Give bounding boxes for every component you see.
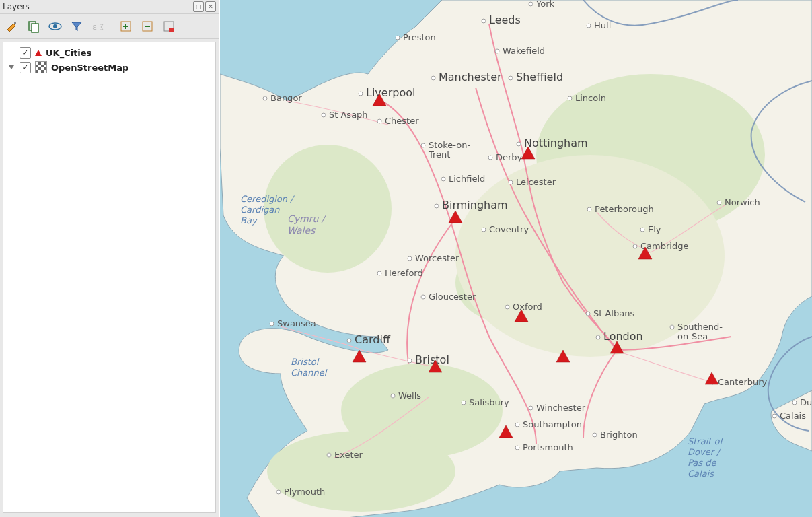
- city-label: Hull: [594, 20, 611, 30]
- svg-point-56: [515, 446, 519, 450]
- city-label: Hereford: [385, 268, 423, 278]
- svg-point-18: [482, 19, 486, 23]
- city-label: Canterbury: [718, 377, 768, 387]
- city-label: Coventry: [489, 224, 529, 234]
- map-canvas[interactable]: YorkLeedsHullPrestonWakefieldManchesterS…: [220, 0, 812, 517]
- svg-point-51: [391, 394, 395, 398]
- svg-point-34: [717, 201, 721, 205]
- svg-point-44: [586, 312, 590, 316]
- city-label: Sheffield: [516, 71, 563, 83]
- water-label: Bristol: [291, 357, 320, 367]
- collapse-all-button[interactable]: [139, 18, 155, 34]
- city-label: St Albans: [593, 308, 634, 318]
- water-label: Bay: [240, 215, 258, 226]
- triangle-symbol-icon: [35, 50, 42, 56]
- expander-placeholder: [7, 48, 15, 57]
- city-label: Trent: [428, 149, 450, 160]
- svg-point-15: [267, 431, 455, 512]
- water-label: Pas de: [688, 458, 716, 468]
- add-group-button[interactable]: [26, 18, 42, 34]
- city-label: Exeter: [334, 450, 363, 460]
- svg-point-37: [482, 228, 486, 232]
- expand-all-button[interactable]: [118, 18, 134, 34]
- svg-point-32: [441, 177, 445, 181]
- city-label: Worcester: [415, 253, 459, 263]
- city-label: London: [603, 330, 643, 343]
- toolbar-separator: [112, 19, 112, 34]
- svg-point-19: [587, 24, 591, 28]
- city-label: Swansea: [277, 318, 316, 329]
- svg-point-21: [495, 49, 499, 53]
- svg-point-54: [515, 423, 519, 427]
- city-label: Leeds: [489, 13, 521, 26]
- svg-rect-9: [169, 28, 174, 32]
- svg-point-60: [792, 401, 797, 405]
- city-label: Peterborough: [595, 204, 654, 214]
- svg-point-55: [593, 433, 597, 437]
- svg-point-27: [322, 113, 326, 117]
- svg-point-23: [509, 76, 513, 80]
- city-label: Winchester: [536, 403, 586, 413]
- city-label: Liverpool: [366, 86, 415, 99]
- svg-point-30: [517, 142, 521, 146]
- layer-tree[interactable]: ✓ UK_Cities ✓ OpenStreetMap: [3, 42, 216, 513]
- city-label: Calais: [780, 411, 806, 421]
- water-label: Ceredigion /: [240, 194, 295, 204]
- city-label: Oxford: [513, 302, 542, 312]
- city-label: Bangor: [270, 93, 302, 103]
- city-label: Du: [800, 397, 812, 407]
- filter-legend-button[interactable]: [69, 18, 85, 34]
- svg-point-29: [421, 143, 425, 147]
- svg-point-46: [670, 325, 674, 329]
- layer-name[interactable]: UK_Cities: [46, 48, 91, 58]
- svg-point-11: [264, 145, 392, 273]
- layers-panel: Layers ▢ ✕ ε: [0, 0, 219, 517]
- svg-point-47: [596, 335, 600, 339]
- city-label: Lincoln: [575, 93, 606, 103]
- dock-icon[interactable]: ▢: [193, 1, 204, 12]
- city-label: Preston: [403, 32, 436, 42]
- svg-point-57: [327, 453, 331, 457]
- layers-panel-titlebar[interactable]: Layers ▢ ✕: [0, 0, 219, 14]
- svg-point-59: [772, 414, 776, 418]
- close-icon[interactable]: ✕: [205, 1, 216, 12]
- city-label: Gloucester: [429, 291, 476, 302]
- city-label: Plymouth: [284, 487, 325, 497]
- svg-point-40: [408, 256, 412, 261]
- water-label: Dover /: [688, 447, 721, 457]
- layer-name[interactable]: OpenStreetMap: [51, 63, 128, 73]
- svg-point-42: [421, 295, 425, 299]
- layers-toolbar: ε: [0, 14, 219, 39]
- svg-point-4: [53, 24, 57, 28]
- svg-point-24: [359, 92, 363, 96]
- city-label: Leicester: [516, 177, 556, 187]
- svg-point-26: [568, 96, 572, 100]
- remove-layer-button[interactable]: [161, 18, 177, 34]
- svg-point-43: [505, 305, 509, 309]
- city-label: Chester: [385, 116, 419, 126]
- manage-visibility-button[interactable]: [47, 18, 63, 34]
- layer-styling-button[interactable]: [4, 18, 20, 34]
- svg-point-33: [509, 180, 513, 184]
- layer-checkbox[interactable]: ✓: [20, 62, 31, 73]
- svg-text:ε: ε: [92, 22, 97, 32]
- expand-arrow-icon[interactable]: [7, 63, 15, 71]
- city-label: Brighton: [600, 429, 638, 440]
- svg-point-31: [488, 156, 492, 160]
- water-label: Channel: [291, 368, 328, 378]
- expression-filter-button[interactable]: ε: [90, 18, 106, 34]
- layer-row-uk-cities[interactable]: ✓ UK_Cities: [3, 45, 215, 60]
- city-label: Nottingham: [524, 137, 588, 149]
- svg-rect-2: [32, 24, 38, 32]
- layer-checkbox[interactable]: ✓: [20, 47, 31, 59]
- city-label: St Asaph: [329, 110, 368, 120]
- city-label: Cambridge: [640, 241, 688, 251]
- layer-row-osm[interactable]: ✓ OpenStreetMap: [3, 60, 215, 75]
- svg-point-35: [435, 204, 439, 208]
- city-label: Norwich: [725, 197, 760, 207]
- svg-point-28: [377, 119, 381, 123]
- svg-rect-0: [14, 22, 16, 24]
- layers-panel-title: Layers: [3, 0, 30, 13]
- water-label: Strait of: [688, 436, 725, 446]
- raster-symbol-icon: [35, 61, 47, 73]
